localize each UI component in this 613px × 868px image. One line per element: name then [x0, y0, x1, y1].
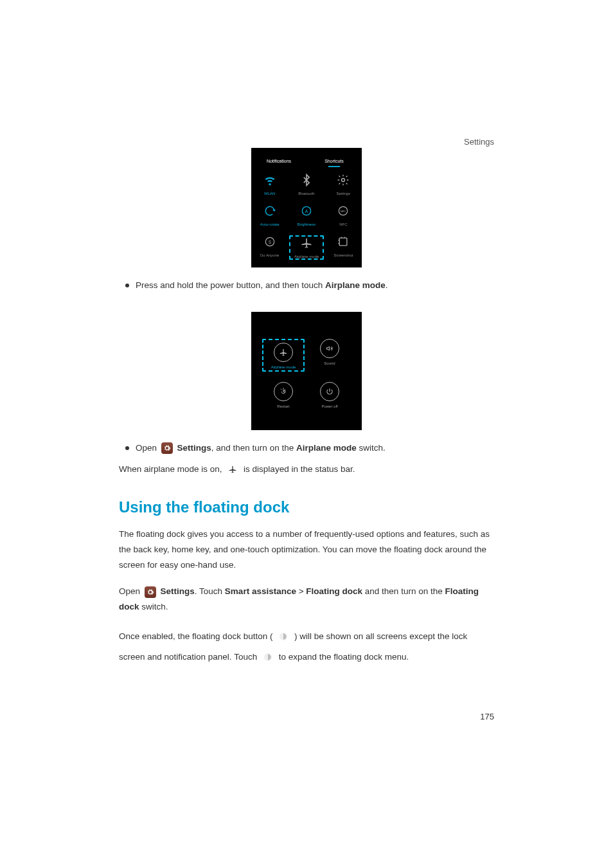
- airplane-status-icon: [227, 464, 238, 475]
- rotate-icon: [263, 204, 276, 217]
- settings-app-icon: [145, 586, 156, 598]
- settings-app-icon: [161, 442, 173, 454]
- document-page: Settings Notifications Shortcuts WLAN: [0, 0, 613, 868]
- power-off[interactable]: Power off: [306, 378, 353, 415]
- toggle-airplane[interactable]: Airplane mode: [288, 230, 324, 264]
- toggle-brightness[interactable]: A Brightness: [288, 199, 324, 230]
- toggle-screenshot[interactable]: Screenshot: [325, 230, 362, 264]
- bullet-open-settings: Open Settings, and then turn on the Airp…: [119, 442, 494, 455]
- section-title: Using the floating dock: [119, 498, 494, 516]
- power-sound[interactable]: Sound: [306, 335, 353, 378]
- svg-text:A: A: [305, 209, 308, 213]
- sound-icon: [320, 339, 339, 358]
- restart-icon: [274, 382, 293, 401]
- airplane-icon: [300, 237, 313, 249]
- svg-text:S: S: [268, 240, 271, 244]
- tab-notifications[interactable]: Notifications: [251, 159, 306, 166]
- svg-point-0: [342, 179, 345, 182]
- figure-shortcuts-panel: Notifications Shortcuts WLAN B: [119, 148, 494, 267]
- shortcuts-panel: Notifications Shortcuts WLAN B: [251, 148, 362, 267]
- floating-dock-button-icon: [276, 629, 290, 644]
- bullet-power-menu: Press and hold the power button, and the…: [119, 279, 494, 293]
- toggle-wifi[interactable]: WLAN: [251, 168, 288, 199]
- toggle-settings[interactable]: Settings: [325, 168, 362, 199]
- wifi-icon: [263, 174, 276, 186]
- figure-power-menu: Airplane mode Sound Restart: [119, 312, 494, 430]
- svg-rect-7: [339, 238, 347, 246]
- header-section-label: Settings: [464, 137, 494, 147]
- toggle-autorotate[interactable]: Auto-rotate: [251, 199, 288, 230]
- tab-shortcuts[interactable]: Shortcuts: [306, 159, 362, 166]
- status-bar-note: When airplane mode is on, is displayed i…: [119, 462, 494, 477]
- screenshot-icon: [337, 235, 350, 248]
- bullet-dot-icon: [125, 284, 129, 287]
- nfc-icon: NFC: [337, 204, 350, 217]
- toggle-do-anyone[interactable]: S Do Anyone: [251, 230, 288, 264]
- floating-dock-button-icon: [261, 650, 275, 664]
- airplane-highlight-box: Airplane mode: [262, 339, 305, 372]
- circle-s-icon: S: [263, 235, 276, 248]
- svg-text:NFC: NFC: [341, 210, 346, 213]
- toggle-nfc[interactable]: NFC NFC: [325, 199, 362, 230]
- floating-dock-intro: The floating dock gives you access to a …: [119, 527, 494, 572]
- power-airplane[interactable]: Airplane mode: [260, 335, 306, 378]
- power-icon: [320, 382, 339, 401]
- gear-icon: [337, 174, 350, 186]
- page-number: 175: [480, 712, 494, 721]
- airplane-icon: [274, 343, 293, 362]
- toggle-bluetooth[interactable]: Bluetooth: [288, 168, 324, 199]
- airplane-highlight: Airplane mode: [289, 235, 323, 260]
- floating-dock-enable: Open Settings. Touch Smart assistance > …: [119, 584, 494, 614]
- brightness-icon: A: [300, 204, 313, 217]
- power-menu-panel: Airplane mode Sound Restart: [251, 312, 362, 430]
- power-restart[interactable]: Restart: [260, 378, 306, 415]
- floating-dock-button-note: Once enabled, the floating dock button (…: [119, 626, 494, 668]
- bluetooth-icon: [300, 174, 313, 186]
- bullet-dot-icon: [125, 446, 129, 450]
